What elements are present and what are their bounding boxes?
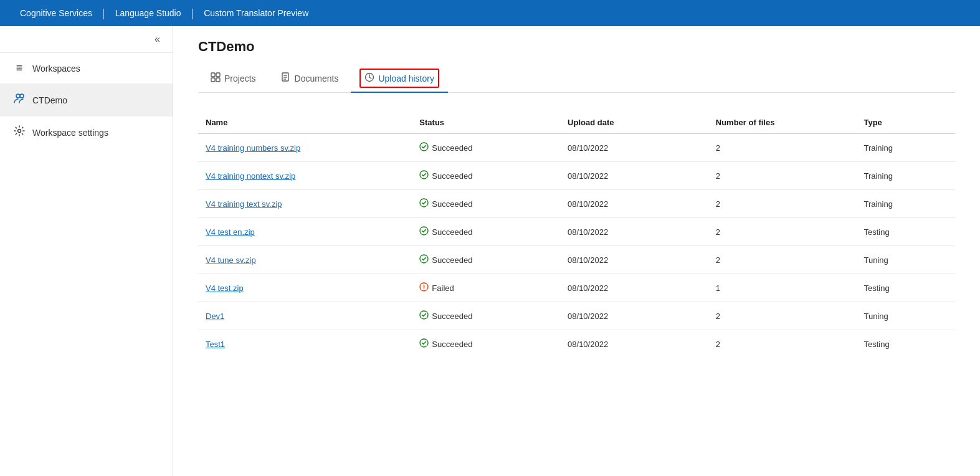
sidebar-item-workspaces-label: Workspaces — [32, 64, 80, 74]
status-succeeded: Succeeded — [419, 338, 553, 350]
nav-separator-2: | — [189, 7, 197, 20]
sidebar: « ≡ Workspaces CTDemo — [0, 26, 173, 476]
table-row: V4 training text sv.zipSucceeded08/10/20… — [198, 190, 955, 218]
upload-history-table: Name Status Upload date Number of files … — [198, 112, 955, 358]
sidebar-item-ctdemo[interactable]: CTDemo — [0, 83, 173, 117]
check-circle-icon — [419, 310, 429, 321]
upload-name-link[interactable]: V4 training text sv.zip — [206, 199, 282, 209]
svg-point-14 — [420, 199, 428, 207]
svg-rect-4 — [216, 73, 220, 77]
top-nav: Cognitive Services | Language Studio | C… — [0, 0, 980, 26]
tab-documents[interactable]: Documents — [269, 66, 351, 92]
status-succeeded: Succeeded — [419, 254, 553, 265]
tabs-bar: Projects Documents — [198, 65, 955, 93]
col-header-type: Type — [856, 112, 955, 134]
upload-name-link[interactable]: V4 test en.zip — [206, 227, 255, 237]
col-header-name: Name — [198, 112, 412, 134]
upload-name-link[interactable]: V4 training nontext sv.zip — [206, 171, 295, 181]
table-header-row: Name Status Upload date Number of files … — [198, 112, 955, 134]
status-succeeded: Succeeded — [419, 170, 553, 181]
sidebar-item-ctdemo-label: CTDemo — [32, 95, 67, 105]
status-label: Succeeded — [432, 227, 472, 237]
col-header-files: Number of files — [708, 112, 857, 134]
tab-active-highlight: Upload history — [359, 69, 439, 88]
upload-date: 08/10/2022 — [560, 134, 708, 162]
check-circle-icon — [419, 338, 429, 350]
app-layout: « ≡ Workspaces CTDemo — [0, 26, 980, 476]
table-row: Dev1Succeeded08/10/20222Tuning — [198, 302, 955, 330]
upload-history-tab-icon — [364, 72, 374, 84]
upload-name-link[interactable]: Dev1 — [206, 312, 224, 321]
error-circle-icon — [419, 282, 429, 293]
upload-date: 08/10/2022 — [560, 302, 708, 330]
nav-language-studio[interactable]: Language Studio — [108, 8, 189, 18]
upload-type: Testing — [856, 274, 955, 302]
upload-date: 08/10/2022 — [560, 274, 708, 302]
workspaces-icon: ≡ — [12, 62, 26, 75]
tab-upload-history[interactable]: Upload history — [351, 65, 448, 93]
svg-point-20 — [420, 311, 428, 319]
num-files: 2 — [708, 302, 857, 330]
tab-projects[interactable]: Projects — [198, 66, 269, 92]
num-files: 2 — [708, 330, 857, 358]
svg-point-19 — [424, 288, 425, 290]
status-label: Succeeded — [432, 312, 472, 321]
sidebar-collapse-section: « — [0, 26, 173, 53]
upload-type: Testing — [856, 330, 955, 358]
projects-tab-icon — [211, 72, 221, 84]
upload-name-link[interactable]: V4 tune sv.zip — [206, 255, 256, 265]
svg-point-1 — [20, 94, 24, 98]
sidebar-item-workspace-settings-label: Workspace settings — [32, 128, 108, 138]
upload-date: 08/10/2022 — [560, 218, 708, 246]
status-label: Succeeded — [432, 171, 472, 181]
status-label: Succeeded — [432, 340, 472, 349]
status-label: Succeeded — [432, 143, 472, 153]
status-failed: Failed — [419, 282, 553, 293]
status-succeeded: Succeeded — [419, 198, 553, 209]
sidebar-item-workspace-settings[interactable]: Workspace settings — [0, 117, 173, 148]
upload-name-link[interactable]: V4 test.zip — [206, 283, 244, 293]
tab-projects-label: Projects — [224, 74, 256, 83]
upload-type: Testing — [856, 218, 955, 246]
num-files: 2 — [708, 190, 857, 218]
svg-rect-3 — [211, 73, 215, 77]
check-circle-icon — [419, 142, 429, 153]
upload-date: 08/10/2022 — [560, 246, 708, 274]
svg-rect-6 — [216, 78, 220, 82]
svg-point-12 — [420, 143, 428, 151]
nav-cognitive-services[interactable]: Cognitive Services — [12, 8, 100, 18]
table-row: Test1Succeeded08/10/20222Testing — [198, 330, 955, 358]
upload-date: 08/10/2022 — [560, 330, 708, 358]
svg-point-21 — [420, 339, 428, 347]
upload-name-link[interactable]: Test1 — [206, 340, 225, 349]
status-label: Succeeded — [432, 255, 472, 265]
table-row: V4 training numbers sv.zipSucceeded08/10… — [198, 134, 955, 162]
nav-custom-translator[interactable]: Custom Translator Preview — [196, 8, 316, 18]
num-files: 2 — [708, 162, 857, 190]
svg-point-13 — [420, 171, 428, 179]
upload-type: Tuning — [856, 246, 955, 274]
table-row: V4 tune sv.zipSucceeded08/10/20222Tuning — [198, 246, 955, 274]
workspace-settings-icon — [12, 125, 26, 140]
sidebar-item-workspaces[interactable]: ≡ Workspaces — [0, 53, 173, 83]
status-succeeded: Succeeded — [419, 142, 553, 153]
upload-date: 08/10/2022 — [560, 190, 708, 218]
upload-name-link[interactable]: V4 training numbers sv.zip — [206, 143, 300, 153]
svg-point-15 — [420, 227, 428, 235]
check-circle-icon — [419, 170, 429, 181]
sidebar-collapse-button[interactable]: « — [152, 32, 163, 46]
upload-type: Training — [856, 134, 955, 162]
num-files: 1 — [708, 274, 857, 302]
status-label: Failed — [432, 283, 454, 293]
num-files: 2 — [708, 134, 857, 162]
svg-point-16 — [420, 255, 428, 263]
status-succeeded: Succeeded — [419, 310, 553, 321]
svg-point-2 — [18, 130, 21, 133]
status-label: Succeeded — [432, 199, 472, 209]
tab-documents-label: Documents — [295, 74, 339, 83]
check-circle-icon — [419, 198, 429, 209]
table-row: V4 training nontext sv.zipSucceeded08/10… — [198, 162, 955, 190]
check-circle-icon — [419, 226, 429, 237]
nav-separator-1: | — [100, 7, 108, 20]
documents-tab-icon — [281, 72, 291, 84]
